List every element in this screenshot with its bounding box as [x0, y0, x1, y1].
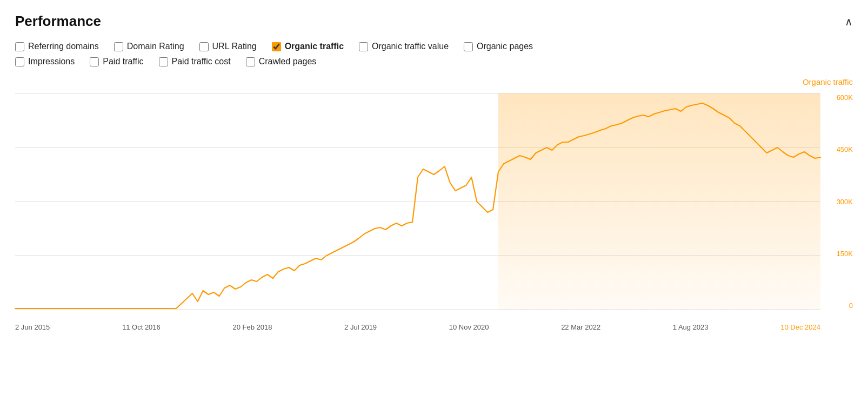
checkbox-label-impressions: Impressions	[28, 57, 75, 66]
checkbox-item-domain_rating[interactable]: Domain Rating	[114, 42, 184, 51]
checkbox-label-domain_rating: Domain Rating	[127, 42, 184, 51]
y-label-3: 150K	[837, 250, 853, 258]
svg-rect-5	[498, 93, 820, 310]
checkbox-paid_traffic[interactable]	[90, 57, 99, 66]
checkbox-organic_traffic_value[interactable]	[359, 42, 368, 51]
collapse-icon[interactable]: ∧	[845, 15, 853, 28]
x-axis: 2 Jun 201511 Oct 201620 Feb 20182 Jul 20…	[15, 323, 820, 331]
checkbox-item-organic_traffic[interactable]: Organic traffic	[272, 42, 344, 51]
panel-header: Performance ∧	[15, 13, 853, 30]
checkbox-label-referring_domains: Referring domains	[28, 42, 99, 51]
checkboxes-row2: ImpressionsPaid trafficPaid traffic cost…	[15, 57, 853, 66]
checkbox-item-organic_pages[interactable]: Organic pages	[464, 42, 533, 51]
checkbox-paid_traffic_cost[interactable]	[159, 57, 168, 66]
panel-title: Performance	[15, 13, 101, 30]
checkbox-item-paid_traffic[interactable]: Paid traffic	[90, 57, 143, 66]
checkboxes-row1: Referring domainsDomain RatingURL Rating…	[15, 42, 853, 51]
checkbox-item-paid_traffic_cost[interactable]: Paid traffic cost	[159, 57, 231, 66]
checkbox-organic_pages[interactable]	[464, 42, 473, 51]
y-label-0: 600K	[837, 93, 853, 102]
checkbox-label-crawled_pages: Crawled pages	[259, 57, 317, 66]
checkbox-label-organic_traffic_value: Organic traffic value	[372, 42, 449, 51]
x-label-6: 1 Aug 2023	[673, 323, 709, 331]
chart-svg	[15, 93, 820, 310]
checkbox-item-impressions[interactable]: Impressions	[15, 57, 75, 66]
checkbox-organic_traffic[interactable]	[272, 42, 281, 51]
x-label-2: 20 Feb 2018	[232, 323, 272, 331]
checkbox-item-referring_domains[interactable]: Referring domains	[15, 42, 99, 51]
chart-svg-container	[15, 93, 820, 310]
checkbox-impressions[interactable]	[15, 57, 24, 66]
checkbox-item-url_rating[interactable]: URL Rating	[199, 42, 257, 51]
checkbox-label-paid_traffic: Paid traffic	[103, 57, 143, 66]
x-label-7: 10 Dec 2024	[780, 323, 820, 331]
chart-area: Organic traffic 600K450K300K150K0	[15, 77, 853, 331]
checkbox-referring_domains[interactable]	[15, 42, 24, 51]
x-label-4: 10 Nov 2020	[449, 323, 489, 331]
checkbox-item-crawled_pages[interactable]: Crawled pages	[246, 57, 317, 66]
x-label-5: 22 Mar 2022	[561, 323, 600, 331]
checkbox-label-url_rating: URL Rating	[212, 42, 257, 51]
performance-panel: Performance ∧ Referring domainsDomain Ra…	[0, 0, 868, 340]
x-label-3: 2 Jul 2019	[344, 323, 377, 331]
checkbox-label-paid_traffic_cost: Paid traffic cost	[172, 57, 231, 66]
checkbox-label-organic_traffic: Organic traffic	[285, 42, 344, 51]
checkbox-item-organic_traffic_value[interactable]: Organic traffic value	[359, 42, 449, 51]
checkbox-crawled_pages[interactable]	[246, 57, 255, 66]
x-label-0: 2 Jun 2015	[15, 323, 50, 331]
checkbox-url_rating[interactable]	[199, 42, 209, 51]
y-label-2: 300K	[837, 198, 853, 206]
checkbox-domain_rating[interactable]	[114, 42, 123, 51]
y-axis: 600K450K300K150K0	[820, 93, 853, 310]
checkbox-label-organic_pages: Organic pages	[477, 42, 533, 51]
y-label-4: 0	[849, 302, 853, 310]
y-label-1: 450K	[837, 145, 853, 153]
chart-legend-label: Organic traffic	[803, 77, 853, 86]
x-label-1: 11 Oct 2016	[122, 323, 161, 331]
